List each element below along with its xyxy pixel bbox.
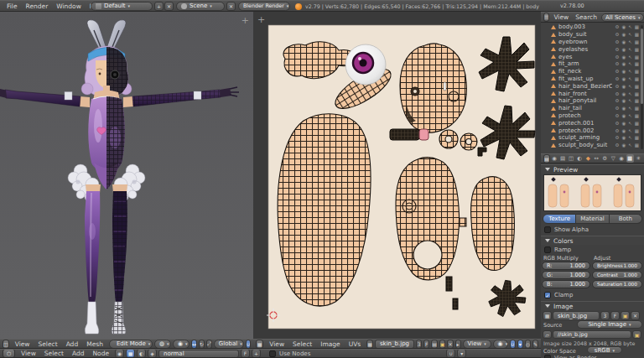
viewport-3d[interactable]: +	[0, 12, 253, 339]
viewport-editor-icon[interactable]: ◫	[3, 340, 9, 349]
visibility-eye-icon[interactable]: ◉	[621, 32, 626, 37]
uv-snap-element-icon[interactable]: ▾	[517, 340, 523, 349]
tab-particles-icon[interactable]: ✳	[635, 154, 642, 163]
source-select[interactable]: Single Image▾	[577, 320, 642, 329]
shader-type-texture-icon[interactable]: ▦	[126, 349, 135, 358]
outliner-scrollbar[interactable]	[641, 25, 643, 149]
menu-item[interactable]: View	[11, 340, 34, 349]
visibility-eye-icon[interactable]: ◉	[621, 47, 626, 52]
menu-item[interactable]: File	[3, 2, 22, 11]
menu-item[interactable]: Window	[52, 2, 86, 11]
selectability-cursor-icon[interactable]: ↖	[628, 98, 632, 103]
menu-item[interactable]: Render	[22, 2, 53, 11]
object-name[interactable]: eyes	[558, 54, 612, 60]
snap-magnet-icon[interactable]: ∪	[246, 340, 251, 349]
shader-type-world-icon[interactable]: ◐	[137, 349, 146, 358]
render-camera-icon[interactable]: ▦	[635, 121, 639, 126]
fake-user-button[interactable]: F	[423, 340, 429, 349]
scene-select[interactable]: Scene▾	[176, 2, 225, 11]
selectability-cursor-icon[interactable]: ↖	[628, 84, 632, 89]
ramp-checkbox[interactable]	[544, 246, 551, 253]
colors-panel-header[interactable]: Colors	[541, 236, 644, 245]
render-camera-icon[interactable]: ▦	[635, 32, 639, 37]
outliner-row[interactable]: body_suit ⚙ ◉ ↖ ▦	[541, 31, 641, 39]
rgb-slider[interactable]: G:1.000	[542, 271, 590, 279]
visibility-eye-icon[interactable]: ◉	[621, 113, 626, 118]
selectability-cursor-icon[interactable]: ↖	[628, 54, 632, 60]
tab-object-icon[interactable]: ◆	[584, 154, 592, 163]
visibility-eye-icon[interactable]: ◉	[621, 24, 626, 29]
render-camera-icon[interactable]: ▦	[635, 128, 639, 133]
region-expand-plus[interactable]: +	[257, 14, 265, 25]
remove-layout-button[interactable]: ✕	[164, 2, 174, 11]
fake-user-button[interactable]: F	[241, 349, 250, 358]
properties-editor-icon[interactable]: ▤	[543, 154, 550, 163]
image-browse-icon[interactable]: ▦	[366, 340, 373, 349]
tab-scene-icon[interactable]: ◫	[568, 154, 575, 163]
selectability-cursor-icon[interactable]: ↖	[628, 135, 632, 140]
outliner-view-menu[interactable]: View	[551, 13, 571, 22]
object-name[interactable]: hair_band_BezierCurve	[558, 83, 612, 90]
render-camera-icon[interactable]: ▦	[635, 54, 639, 60]
fake-user-button[interactable]: F	[610, 311, 620, 320]
uv-snap-magnet-icon[interactable]: ∪	[510, 340, 516, 349]
visibility-eye-icon[interactable]: ◉	[621, 106, 626, 111]
tab-material-icon[interactable]: ◉	[618, 154, 626, 163]
selectability-cursor-icon[interactable]: ↖	[628, 143, 632, 148]
object-name[interactable]: body.003	[558, 23, 612, 30]
selectability-cursor-icon[interactable]: ↖	[628, 76, 632, 81]
image-panel-header[interactable]: Image	[541, 301, 644, 310]
selectability-cursor-icon[interactable]: ↖	[628, 47, 632, 52]
mode-select[interactable]: Edit Mode▾	[109, 340, 153, 349]
selectability-cursor-icon[interactable]: ↖	[628, 24, 632, 29]
visibility-eye-icon[interactable]: ◉	[621, 135, 626, 140]
open-image-icon[interactable]: ▣	[439, 340, 446, 349]
preview-panel-header[interactable]: Preview	[541, 164, 644, 174]
visibility-eye-icon[interactable]: ◉	[621, 76, 626, 81]
selectability-cursor-icon[interactable]: ↖	[628, 61, 632, 66]
node-snap-magnet-icon[interactable]: ∪	[446, 349, 455, 358]
render-camera-icon[interactable]: ▦	[635, 24, 639, 29]
browse-folder-icon[interactable]: ▣	[632, 330, 641, 339]
outliner-row[interactable]: hair_ponytail ⚙ ◉ ↖ ▦	[541, 97, 641, 105]
outliner-row[interactable]: protech.002 ⚙ ◉ ↖ ▦	[541, 127, 641, 134]
uv-image-name-field[interactable]: skin_b.jpg	[375, 340, 414, 349]
outliner-row[interactable]: protech ⚙ ◉ ↖ ▦	[541, 112, 641, 120]
outliner-row[interactable]: protech.001 ⚙ ◉ ↖ ▦	[541, 119, 641, 127]
image-name-field[interactable]: skin_b.jpg	[553, 311, 600, 320]
filepath-field[interactable]: //skin_b.jpg	[553, 330, 631, 339]
object-name[interactable]: fit_neck	[558, 68, 612, 75]
menu-item[interactable]: Add	[68, 349, 89, 358]
object-name[interactable]: fit_arm	[558, 60, 612, 67]
image-browse-icon[interactable]: ▦	[543, 311, 552, 320]
menu-item[interactable]: Select	[288, 340, 316, 349]
outliner-row[interactable]: eyes ⚙ ◉ ↖ ▦	[541, 53, 641, 60]
tab-data-icon[interactable]: ▽	[610, 154, 617, 163]
selectability-cursor-icon[interactable]: ↖	[628, 121, 632, 126]
outliner-row[interactable]: eyelashes ⚙ ◉ ↖ ▦	[541, 45, 641, 53]
visibility-eye-icon[interactable]: ◉	[621, 98, 626, 103]
clamp-checkbox[interactable]: ✓	[544, 292, 551, 298]
object-name[interactable]: hair_ponytail	[558, 97, 612, 104]
uv-image-editor[interactable]: +	[253, 12, 541, 339]
uv-sculpt-icon[interactable]: ✎	[532, 340, 538, 349]
selectability-cursor-icon[interactable]: ↖	[628, 32, 632, 37]
node-snap-element-icon[interactable]: ▾	[457, 349, 466, 358]
region-expand-plus[interactable]: +	[242, 15, 249, 26]
outliner-search-menu[interactable]: Search	[573, 13, 600, 22]
outliner-row[interactable]: sculpt_arming ⚙ ◉ ↖ ▦	[541, 134, 641, 142]
render-camera-icon[interactable]: ▦	[635, 98, 639, 103]
object-name[interactable]: protech	[558, 112, 612, 119]
manipulator-rotate-icon[interactable]: ↻	[199, 340, 205, 349]
adjust-slider[interactable]: Saturation1.000	[592, 280, 642, 288]
tab-modifiers-icon[interactable]: ⚙	[601, 154, 609, 163]
new-texture-button[interactable]: +	[252, 349, 261, 358]
tab-render-icon[interactable]: ◉	[551, 154, 558, 163]
unlink-scene-button[interactable]: ✕	[226, 2, 236, 11]
render-camera-icon[interactable]: ▦	[635, 39, 639, 44]
visibility-eye-icon[interactable]: ◉	[621, 69, 626, 74]
pin-icon[interactable]: ▸	[455, 340, 461, 349]
visibility-eye-icon[interactable]: ◉	[621, 143, 626, 148]
outliner-row[interactable]: fit_waist_up ⚙ ◉ ↖ ▦	[541, 75, 641, 83]
pivot-select[interactable]: ◉▾	[173, 340, 190, 349]
